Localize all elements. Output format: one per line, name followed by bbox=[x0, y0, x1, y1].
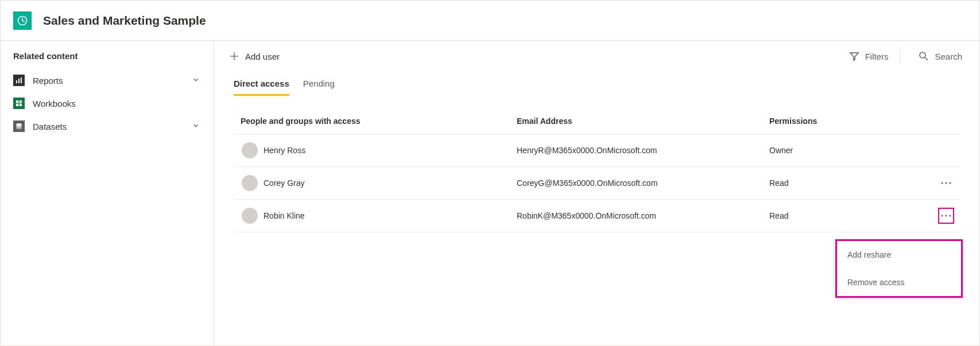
user-email: RobinK@M365x0000.OnMicrosoft.com bbox=[517, 211, 769, 220]
add-user-button[interactable]: Add user bbox=[224, 48, 284, 65]
svg-point-20 bbox=[942, 215, 943, 217]
svg-point-21 bbox=[946, 215, 947, 217]
sidebar-heading: Related content bbox=[1, 51, 214, 69]
chevron-down-icon bbox=[192, 76, 201, 85]
plus-icon bbox=[229, 51, 239, 61]
svg-rect-5 bbox=[16, 100, 18, 103]
reports-icon bbox=[13, 75, 25, 86]
svg-point-22 bbox=[950, 215, 951, 217]
ellipsis-icon bbox=[941, 215, 951, 217]
search-label: Search bbox=[935, 52, 962, 61]
user-email: CoreyG@M365x0000.OnMicrosoft.com bbox=[517, 178, 769, 188]
table-row: Robin Kline RobinK@M365x0000.OnMicrosoft… bbox=[234, 200, 960, 232]
access-table: People and groups with access Email Addr… bbox=[214, 96, 979, 232]
column-header-permissions[interactable]: Permissions bbox=[769, 116, 853, 126]
sidebar-item-workbooks[interactable]: Workbooks bbox=[1, 92, 214, 115]
svg-rect-8 bbox=[20, 104, 22, 106]
main-content: Add user Filters Search Direct access Pe… bbox=[214, 41, 979, 345]
column-header-email[interactable]: Email Address bbox=[517, 116, 769, 126]
search-icon bbox=[919, 51, 929, 61]
ellipsis-icon bbox=[941, 182, 951, 184]
sidebar-item-label: Datasets bbox=[33, 122, 192, 131]
user-email: HenryR@M365x0000.OnMicrosoft.com bbox=[517, 146, 769, 155]
svg-point-11 bbox=[16, 127, 22, 129]
more-options-button[interactable] bbox=[938, 175, 954, 191]
permission-value: Read bbox=[769, 178, 853, 188]
sidebar: Related content Reports Workbooks Datase… bbox=[1, 41, 214, 345]
user-name: Henry Ross bbox=[264, 146, 305, 155]
sidebar-item-label: Reports bbox=[33, 76, 192, 85]
svg-rect-2 bbox=[18, 79, 20, 83]
svg-rect-6 bbox=[20, 100, 22, 103]
sidebar-item-reports[interactable]: Reports bbox=[1, 69, 214, 92]
filters-label: Filters bbox=[865, 52, 889, 61]
app-icon bbox=[13, 11, 32, 30]
context-menu: Add reshare Remove access bbox=[835, 239, 963, 298]
menu-item-add-reshare[interactable]: Add reshare bbox=[837, 241, 961, 269]
filters-button[interactable]: Filters bbox=[842, 48, 896, 65]
svg-point-17 bbox=[942, 182, 943, 184]
column-header-people[interactable]: People and groups with access bbox=[234, 116, 517, 126]
tab-direct-access[interactable]: Direct access bbox=[234, 72, 289, 96]
user-name: Robin Kline bbox=[264, 211, 305, 220]
workbooks-icon bbox=[13, 98, 25, 109]
search-button[interactable]: Search bbox=[912, 48, 969, 65]
avatar bbox=[242, 208, 258, 224]
sidebar-item-label: Workbooks bbox=[33, 99, 201, 108]
permission-value: Read bbox=[769, 211, 853, 220]
svg-rect-7 bbox=[16, 104, 18, 106]
table-header: People and groups with access Email Addr… bbox=[234, 108, 960, 134]
datasets-icon bbox=[13, 120, 25, 132]
toolbar: Add user Filters Search bbox=[214, 41, 979, 72]
user-name: Corey Gray bbox=[264, 178, 305, 188]
table-row: Henry Ross HenryR@M365x0000.OnMicrosoft.… bbox=[234, 134, 960, 167]
content-area: Related content Reports Workbooks Datase… bbox=[1, 41, 979, 345]
svg-point-15 bbox=[920, 52, 925, 58]
svg-rect-3 bbox=[21, 77, 22, 83]
avatar bbox=[242, 142, 258, 158]
toolbar-divider bbox=[900, 49, 900, 63]
chevron-down-icon bbox=[192, 122, 201, 131]
page-header: Sales and Marketing Sample bbox=[1, 1, 979, 41]
svg-point-19 bbox=[950, 182, 951, 184]
svg-marker-14 bbox=[850, 53, 858, 60]
svg-rect-1 bbox=[16, 80, 17, 83]
svg-line-16 bbox=[925, 57, 928, 60]
svg-point-18 bbox=[946, 182, 947, 184]
tab-pending[interactable]: Pending bbox=[303, 72, 335, 96]
sidebar-item-datasets[interactable]: Datasets bbox=[1, 115, 214, 138]
page-title: Sales and Marketing Sample bbox=[43, 14, 206, 28]
menu-item-remove-access[interactable]: Remove access bbox=[837, 269, 961, 296]
avatar bbox=[242, 175, 258, 191]
more-options-button[interactable] bbox=[938, 208, 954, 224]
tabs: Direct access Pending bbox=[214, 72, 979, 96]
permission-value: Owner bbox=[769, 146, 853, 155]
table-row: Corey Gray CoreyG@M365x0000.OnMicrosoft.… bbox=[234, 167, 960, 200]
add-user-label: Add user bbox=[245, 52, 280, 61]
filter-icon bbox=[849, 51, 859, 61]
